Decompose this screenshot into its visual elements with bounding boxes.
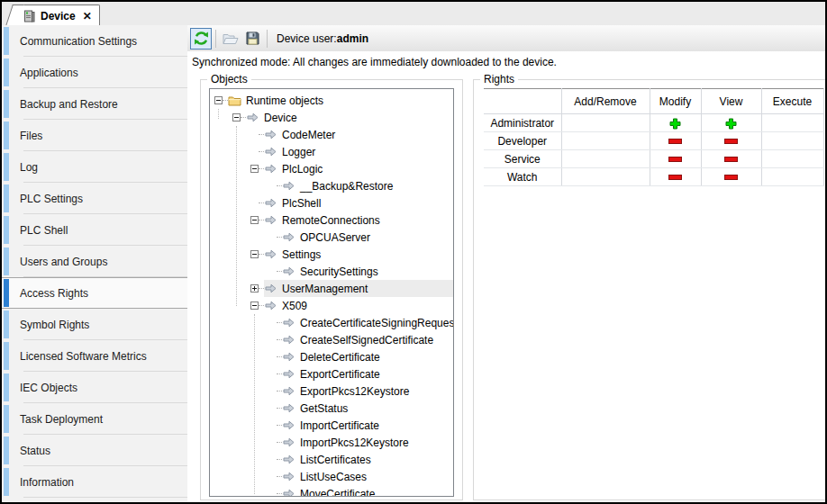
tree-item-device[interactable]: Device (210, 109, 453, 126)
objects-tree[interactable]: Runtime objectsDeviceCodeMeterLoggerPlcL… (209, 88, 454, 497)
tree-item-content[interactable]: Logger (264, 143, 453, 160)
tree-item-deletecertificate[interactable]: DeleteCertificate (210, 348, 453, 365)
tree-item-getstatus[interactable]: GetStatus (210, 400, 453, 417)
rights-cell-service-view[interactable] (701, 150, 761, 168)
rights-cell-watch-execute[interactable] (761, 168, 823, 186)
rights-cell-developer-view[interactable] (701, 132, 761, 150)
tree-item-usermanagement[interactable]: UserManagement (210, 280, 453, 297)
tree-item-content[interactable]: OPCUAServer (282, 229, 453, 246)
rights-cell-administrator-execute[interactable] (761, 114, 823, 132)
tree-item-label: ImportPkcs12Keystore (300, 436, 409, 449)
sidebar-item-communication-settings[interactable]: Communication Settings (2, 25, 187, 57)
tree-item-plcshell[interactable]: PlcShell (210, 194, 453, 212)
sidebar-item-iec-objects[interactable]: IEC Objects (2, 372, 187, 403)
tree-item-x509[interactable]: X509 (210, 297, 453, 314)
rights-cell-administrator-add-remove[interactable] (561, 114, 650, 132)
tree-item-content[interactable]: ImportPkcs12Keystore (282, 434, 453, 451)
tab-device[interactable]: Device ✕ (14, 4, 100, 26)
tree-item-settings[interactable]: Settings (210, 246, 453, 263)
tree-item-content[interactable]: RemoteConnections (264, 212, 453, 229)
tree-item-content[interactable]: Runtime objects (228, 92, 453, 109)
tree-item-backup-restore[interactable]: __Backup&Restore (210, 177, 453, 194)
collapse-minus-icon[interactable] (232, 113, 241, 122)
rights-cell-service-modify[interactable] (650, 150, 701, 168)
sidebar-item-symbol-rights[interactable]: Symbol Rights (2, 309, 187, 340)
sidebar-item-log[interactable]: Log (2, 151, 187, 183)
rights-cell-watch-modify[interactable] (650, 168, 701, 186)
tree-item-content[interactable]: ImportCertificate (282, 417, 453, 434)
tree-item-content[interactable]: Device (246, 109, 453, 126)
sidebar-item-files[interactable]: Files (2, 120, 187, 151)
tree-item-content[interactable]: __Backup&Restore (282, 177, 453, 194)
rights-cell-developer-execute[interactable] (761, 132, 823, 150)
tree-item-codemeter[interactable]: CodeMeter (210, 126, 453, 143)
sidebar-item-access-rights[interactable]: Access Rights (2, 277, 187, 309)
tree-item-securitysettings[interactable]: SecuritySettings (210, 263, 453, 280)
rights-cell-service-execute[interactable] (761, 150, 823, 168)
runtime-object-arrow-icon (264, 249, 277, 259)
rights-header-row: Add/RemoveModifyViewExecute (484, 89, 823, 114)
rights-cell-watch-add-remove[interactable] (561, 168, 650, 186)
sidebar-item-applications[interactable]: Applications (2, 57, 187, 88)
sidebar-item-users-and-groups[interactable]: Users and Groups (2, 246, 187, 277)
tree-item-createcertificatesigningrequest[interactable]: CreateCertificateSigningRequest (210, 314, 453, 331)
tree-item-content[interactable]: DeleteCertificate (282, 348, 453, 365)
runtime-object-arrow-icon (282, 472, 295, 482)
tree-item-content[interactable]: CreateCertificateSigningRequest (282, 314, 453, 331)
tree-item-content[interactable]: ExportPkcs12Keystore (282, 382, 453, 400)
tree-item-content[interactable]: SecuritySettings (282, 263, 453, 280)
tree-item-opcuaserver[interactable]: OPCUAServer (210, 229, 453, 246)
refresh-button[interactable] (190, 28, 212, 50)
save-users-file-button[interactable] (241, 28, 263, 50)
collapse-minus-icon[interactable] (250, 250, 259, 258)
tree-item-content[interactable]: ListUseCases (282, 468, 453, 485)
sidebar-item-plc-shell[interactable]: PLC Shell (2, 214, 187, 246)
selection-accent-bar (4, 342, 9, 370)
rights-cell-watch-view[interactable] (701, 168, 761, 186)
tree-item-content[interactable]: GetStatus (282, 400, 453, 417)
tree-item-exportcertificate[interactable]: ExportCertificate (210, 365, 453, 382)
tree-item-importcertificate[interactable]: ImportCertificate (210, 417, 453, 434)
sidebar-item-label: Symbol Rights (20, 319, 89, 331)
tree-item-content[interactable]: ListCertificates (282, 451, 453, 468)
tree-item-plclogic[interactable]: PlcLogic (210, 160, 453, 177)
runtime-object-arrow-icon (246, 112, 259, 122)
tree-item-content[interactable]: ExportCertificate (282, 365, 453, 382)
collapse-minus-icon[interactable] (250, 302, 259, 310)
runtime-object-arrow-icon (264, 164, 277, 174)
sidebar-item-task-deployment[interactable]: Task Deployment (2, 403, 187, 435)
tree-item-content[interactable]: CreateSelfSignedCertificate (282, 331, 453, 348)
tree-item-remoteconnections[interactable]: RemoteConnections (210, 212, 453, 229)
tree-item-logger[interactable]: Logger (210, 143, 453, 160)
tab-close-icon[interactable]: ✕ (83, 10, 92, 22)
collapse-minus-icon[interactable] (214, 96, 223, 104)
tree-item-listusecases[interactable]: ListUseCases (210, 468, 453, 485)
tree-item-runtime-objects[interactable]: Runtime objects (210, 92, 453, 109)
rights-cell-developer-add-remove[interactable] (561, 132, 650, 150)
tree-item-content[interactable]: UserManagement (264, 280, 453, 297)
tree-item-exportpkcs12keystore[interactable]: ExportPkcs12Keystore (210, 382, 453, 400)
rights-cell-service-add-remove[interactable] (561, 150, 650, 168)
tree-item-movecertificate[interactable]: MoveCertificate (210, 485, 453, 497)
tree-item-content[interactable]: CodeMeter (264, 126, 453, 143)
tree-item-importpkcs12keystore[interactable]: ImportPkcs12Keystore (210, 434, 453, 451)
tree-item-content[interactable]: Settings (264, 246, 453, 263)
sidebar-item-plc-settings[interactable]: PLC Settings (2, 183, 187, 214)
tree-item-content[interactable]: X509 (264, 297, 453, 314)
sidebar-item-information[interactable]: Information (2, 466, 187, 498)
rights-cell-developer-modify[interactable] (650, 132, 701, 150)
tree-item-content[interactable]: PlcLogic (264, 160, 453, 177)
rights-cell-administrator-modify[interactable] (650, 114, 701, 132)
tree-item-listcertificates[interactable]: ListCertificates (210, 451, 453, 468)
tree-item-content[interactable]: MoveCertificate (282, 485, 453, 497)
rights-cell-administrator-view[interactable] (701, 114, 761, 132)
sidebar-item-backup-and-restore[interactable]: Backup and Restore (2, 88, 187, 120)
collapse-minus-icon[interactable] (250, 216, 259, 224)
sidebar-item-licensed-software-metrics[interactable]: Licensed Software Metrics (2, 340, 187, 372)
tree-item-content[interactable]: PlcShell (264, 194, 453, 212)
tree-item-createselfsignedcertificate[interactable]: CreateSelfSignedCertificate (210, 331, 453, 348)
sidebar-item-status[interactable]: Status (2, 435, 187, 466)
expand-plus-icon[interactable] (250, 284, 259, 292)
collapse-minus-icon[interactable] (250, 165, 259, 173)
open-users-file-button[interactable] (220, 28, 241, 50)
